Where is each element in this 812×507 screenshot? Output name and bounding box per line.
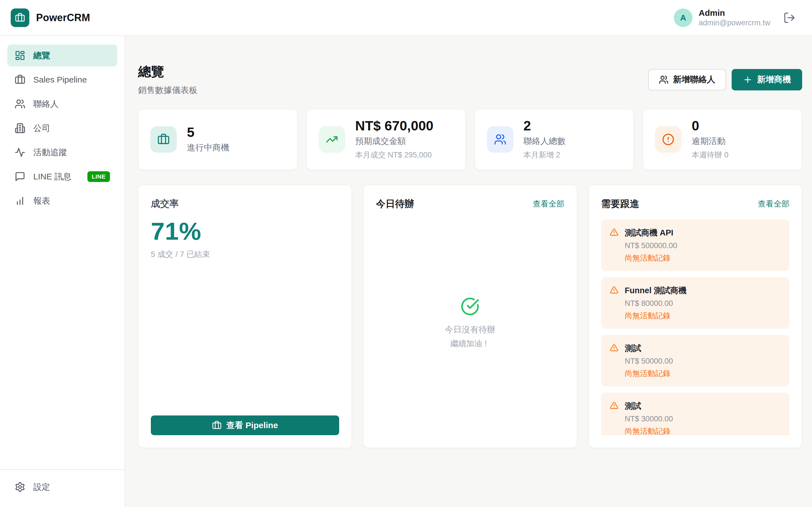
user-email: admin@powercrm.tw xyxy=(699,18,770,28)
add-deal-label: 新增商機 xyxy=(757,74,791,86)
follow-up-item-texts: 測試 NT$ 50000.00 尚無活動記錄 xyxy=(625,343,673,379)
win-rate-detail: 5 成交 / 7 已結束 xyxy=(151,249,339,260)
briefcase-logo-icon xyxy=(11,8,29,27)
follow-up-view-all-link[interactable]: 查看全部 xyxy=(758,199,790,209)
stat-label: 進行中商機 xyxy=(187,142,229,154)
stat-value: 5 xyxy=(187,125,229,139)
follow-up-item[interactable]: 測試 NT$ 30000.00 尚無活動記錄 xyxy=(601,393,790,435)
sidebar-footer: 設定 xyxy=(0,469,124,507)
deal-amount: NT$ 30000.00 xyxy=(625,414,673,424)
sidebar-item-activity[interactable]: 活動追蹤 xyxy=(7,142,117,163)
sidebar-item-settings[interactable]: 設定 xyxy=(7,476,117,498)
sidebar-item-label: 活動追蹤 xyxy=(33,147,67,158)
deal-status: 尚無活動記錄 xyxy=(625,369,673,379)
win-rate-value: 71% xyxy=(151,217,339,245)
view-pipeline-button[interactable]: 查看 Pipeline xyxy=(151,415,339,435)
follow-up-title: 需要跟進 xyxy=(601,198,640,210)
deal-name: 測試 xyxy=(625,343,673,354)
alert-triangle-icon xyxy=(610,228,619,263)
briefcase-stat-icon xyxy=(150,126,177,153)
page-head-titles: 總覽 銷售數據儀表板 xyxy=(138,63,197,96)
briefcase-icon xyxy=(212,420,221,430)
todos-empty-state: 今日沒有待辦 繼續加油！ xyxy=(376,210,564,435)
stat-value: 2 xyxy=(523,119,566,133)
page-subtitle: 銷售數據儀表板 xyxy=(138,84,197,96)
deal-amount: NT$ 80000.00 xyxy=(625,299,687,308)
user-meta: Admin admin@powercrm.tw xyxy=(699,8,770,27)
sidebar-item-label: 公司 xyxy=(33,122,50,134)
page-head: 總覽 銷售數據儀表板 新增聯絡人 新增商機 xyxy=(138,63,802,96)
todos-empty-title: 今日沒有待辦 xyxy=(445,324,495,335)
sidebar-item-overview[interactable]: 總覽 xyxy=(7,45,117,66)
avatar[interactable]: A xyxy=(674,8,693,27)
stat-card-expected-amount: NT$ 670,000 預期成交金額 本月成交 NT$ 295,000 xyxy=(306,109,466,170)
deal-name: 測試商機 API xyxy=(625,227,677,238)
stat-sub: 本月成交 NT$ 295,000 xyxy=(355,150,434,160)
stat-sub: 本月新增 2 xyxy=(523,150,566,160)
alert-triangle-icon xyxy=(610,401,619,435)
bar-chart-icon xyxy=(15,195,26,206)
follow-up-item[interactable]: 測試 NT$ 50000.00 尚無活動記錄 xyxy=(601,335,790,386)
stats-row: 5 進行中商機 NT$ 670,000 預期成交金額 本月成交 NT$ 295,… xyxy=(138,109,802,170)
todos-head: 今日待辦 查看全部 xyxy=(376,198,564,210)
follow-up-card: 需要跟進 查看全部 測試商機 API NT$ 500000.00 尚無活動記錄 xyxy=(589,185,802,448)
alert-triangle-icon xyxy=(610,343,619,379)
sidebar-item-reports[interactable]: 報表 xyxy=(7,190,117,212)
todos-empty-subtitle: 繼續加油！ xyxy=(450,338,490,349)
deal-status: 尚無活動記錄 xyxy=(625,311,687,321)
user-name: Admin xyxy=(699,8,770,18)
sidebar-item-companies[interactable]: 公司 xyxy=(7,117,117,139)
user-area: A Admin admin@powercrm.tw xyxy=(674,8,796,27)
sidebar-item-label: 報表 xyxy=(33,195,50,207)
stat-label: 聯絡人總數 xyxy=(523,135,566,147)
sidebar-item-label: LINE 訊息 xyxy=(33,171,71,182)
sidebar-item-line-messages[interactable]: LINE 訊息 LINE xyxy=(7,166,117,187)
stat-texts: 2 聯絡人總數 本月新增 2 xyxy=(523,119,566,160)
follow-up-list: 測試商機 API NT$ 500000.00 尚無活動記錄 Funnel 測試商… xyxy=(601,219,790,435)
stat-texts: NT$ 670,000 預期成交金額 本月成交 NT$ 295,000 xyxy=(355,119,434,160)
win-rate-card: 成交率 71% 5 成交 / 7 已結束 查看 Pipeline xyxy=(138,185,352,448)
deal-amount: NT$ 500000.00 xyxy=(625,241,677,250)
avatar-initial: A xyxy=(680,13,686,22)
stat-card-contacts: 2 聯絡人總數 本月新增 2 xyxy=(475,109,634,170)
alert-circle-icon xyxy=(655,126,681,153)
gear-icon xyxy=(15,482,26,492)
user-plus-icon xyxy=(659,75,668,84)
app-root: PowerCRM A Admin admin@powercrm.tw xyxy=(0,0,812,507)
stat-card-overdue: 0 逾期活動 本週待辦 0 xyxy=(643,109,802,170)
stat-label: 逾期活動 xyxy=(692,135,728,147)
sidebar-item-sales-pipeline[interactable]: Sales Pipeline xyxy=(7,69,117,91)
todos-title: 今日待辦 xyxy=(376,198,414,210)
follow-up-item[interactable]: 測試商機 API NT$ 500000.00 尚無活動記錄 xyxy=(601,219,790,271)
todos-view-all-link[interactable]: 查看全部 xyxy=(533,199,564,209)
sidebar-item-label: 設定 xyxy=(33,482,50,493)
dashboard-icon xyxy=(15,50,26,61)
stat-value: 0 xyxy=(692,119,728,133)
deal-status: 尚無活動記錄 xyxy=(625,253,677,263)
check-circle-icon xyxy=(460,297,479,316)
building-icon xyxy=(15,123,26,133)
users-icon xyxy=(15,99,26,109)
message-icon xyxy=(15,171,26,182)
add-contact-button[interactable]: 新增聯絡人 xyxy=(648,69,726,91)
trending-up-icon xyxy=(319,126,345,153)
follow-up-item-texts: 測試商機 API NT$ 500000.00 尚無活動記錄 xyxy=(625,227,677,263)
alert-triangle-icon xyxy=(610,286,619,321)
cards-row: 成交率 71% 5 成交 / 7 已結束 查看 Pipeline 今日待辦 查看… xyxy=(138,185,802,448)
plus-icon xyxy=(743,75,753,84)
logout-button[interactable] xyxy=(783,11,796,24)
win-rate-title: 成交率 xyxy=(151,198,339,210)
head-actions: 新增聯絡人 新增商機 xyxy=(648,69,802,91)
sidebar: 總覽 Sales Pipeline 聯絡人 xyxy=(0,36,125,507)
add-deal-button[interactable]: 新增商機 xyxy=(732,69,802,91)
sidebar-item-label: 總覽 xyxy=(33,50,50,61)
sidebar-item-label: 聯絡人 xyxy=(33,98,59,110)
view-pipeline-label: 查看 Pipeline xyxy=(226,420,278,431)
top-header: PowerCRM A Admin admin@powercrm.tw xyxy=(0,0,812,36)
sidebar-item-contacts[interactable]: 聯絡人 xyxy=(7,93,117,115)
brand: PowerCRM xyxy=(11,8,90,27)
main-content: 總覽 銷售數據儀表板 新增聯絡人 新增商機 xyxy=(125,36,812,507)
stat-texts: 0 逾期活動 本週待辦 0 xyxy=(692,119,728,160)
follow-up-item[interactable]: Funnel 測試商機 NT$ 80000.00 尚無活動記錄 xyxy=(601,277,790,329)
deal-name: 測試 xyxy=(625,400,673,412)
